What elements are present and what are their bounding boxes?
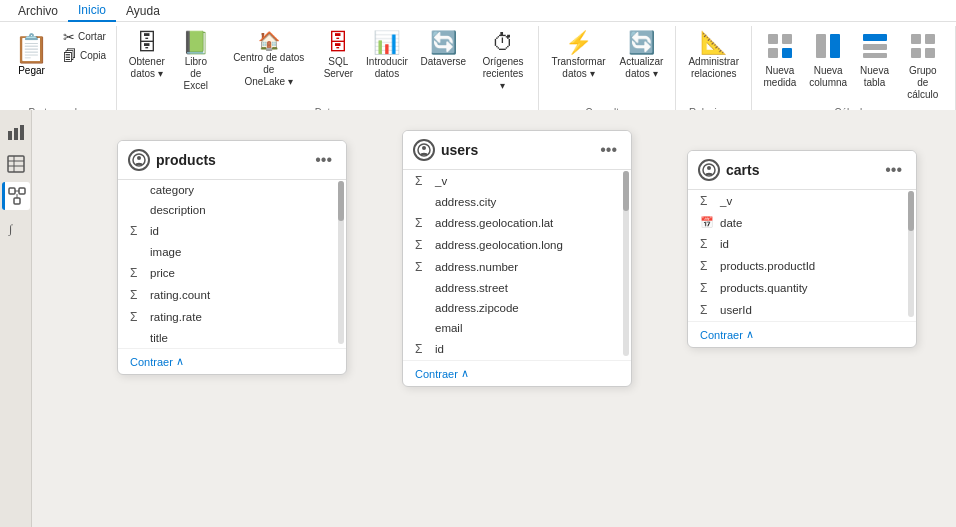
origenes-button[interactable]: ⏱ Orígenesrecientes ▾	[473, 28, 532, 96]
nueva-tabla-button[interactable]: Nuevatabla	[855, 28, 895, 93]
pegar-button[interactable]: 📋 Pegar	[6, 28, 57, 80]
introducir-datos-label: Introducirdatos	[366, 56, 408, 80]
cortar-icon: ✂	[63, 30, 75, 44]
transformar-label: Transformardatos ▾	[551, 56, 605, 80]
centro-datos-icon: 🏠	[258, 32, 280, 50]
ribbon-group-datos-items: 🗄 Obtenerdatos ▾ 📗 Libro deExcel 🏠 Centr…	[123, 28, 532, 105]
centro-datos-label: Centro de datos deOneLake ▾	[227, 52, 310, 88]
svg-rect-10	[925, 34, 935, 44]
nueva-medida-label: Nuevamedida	[764, 65, 797, 89]
obtener-datos-icon: 🗄	[136, 32, 158, 54]
sql-server-icon: 🗄	[327, 32, 349, 54]
actualizar-button[interactable]: 🔄 Actualizardatos ▾	[614, 28, 670, 84]
clipboard-small-buttons: ✂ Cortar 🗐 Copia	[59, 28, 110, 65]
copia-button[interactable]: 🗐 Copia	[59, 47, 110, 65]
nueva-columna-label: Nuevacolumna	[809, 65, 847, 89]
origenes-label: Orígenesrecientes ▾	[479, 56, 526, 92]
svg-rect-11	[911, 48, 921, 58]
svg-rect-0	[768, 34, 778, 44]
ribbon-group-calculos: Nuevamedida Nuevacolumna	[752, 26, 956, 122]
administrar-button[interactable]: 📐 Administrarrelaciones	[682, 28, 745, 84]
dataverse-icon: 🔄	[430, 32, 457, 54]
introducir-datos-icon: 📊	[373, 32, 400, 54]
ribbon-group-relaciones-items: 📐 Administrarrelaciones	[682, 28, 745, 105]
ribbon-group-portapapeles-items: 📋 Pegar ✂ Cortar 🗐 Copia	[6, 28, 110, 105]
ribbon-group-calculos-items: Nuevamedida Nuevacolumna	[758, 28, 949, 105]
dataverse-label: Dataverse	[421, 56, 467, 68]
svg-rect-2	[768, 48, 778, 58]
cortar-button[interactable]: ✂ Cortar	[59, 28, 110, 46]
actualizar-label: Actualizardatos ▾	[620, 56, 664, 80]
grupo-calculo-icon	[909, 32, 937, 63]
libro-excel-label: Libro deExcel	[178, 56, 213, 92]
grupo-calculo-label: Grupo decálculo	[903, 65, 943, 101]
introducir-datos-button[interactable]: 📊 Introducirdatos	[361, 28, 414, 84]
grupo-calculo-button[interactable]: Grupo decálculo	[897, 28, 949, 105]
svg-rect-1	[782, 34, 792, 44]
ribbon-group-consultas-items: ⚡ Transformardatos ▾ 🔄 Actualizardatos ▾	[545, 28, 669, 105]
canvas: products ••• category description Σid im…	[32, 110, 956, 123]
sql-server-label: SQLServer	[324, 56, 353, 80]
nueva-tabla-label: Nuevatabla	[860, 65, 889, 89]
svg-rect-4	[816, 34, 826, 58]
svg-rect-9	[911, 34, 921, 44]
svg-rect-3	[782, 48, 792, 58]
paste-icon: 📋	[14, 32, 49, 65]
obtener-datos-label: Obtenerdatos ▾	[129, 56, 165, 80]
nueva-medida-button[interactable]: Nuevamedida	[758, 28, 802, 93]
ribbon: 📋 Pegar ✂ Cortar 🗐 Copia Portapapeles 🗄 …	[0, 22, 956, 123]
actualizar-icon: 🔄	[628, 32, 655, 54]
nueva-columna-button[interactable]: Nuevacolumna	[804, 28, 853, 93]
svg-rect-7	[863, 44, 887, 50]
ribbon-group-portapapeles: 📋 Pegar ✂ Cortar 🗐 Copia Portapapeles	[0, 26, 117, 122]
cortar-label: Cortar	[78, 31, 106, 43]
nueva-columna-icon	[814, 32, 842, 63]
centro-datos-button[interactable]: 🏠 Centro de datos deOneLake ▾	[221, 28, 316, 92]
libro-excel-icon: 📗	[182, 32, 209, 54]
ribbon-group-consultas: ⚡ Transformardatos ▾ 🔄 Actualizardatos ▾…	[539, 26, 676, 122]
ribbon-group-datos: 🗄 Obtenerdatos ▾ 📗 Libro deExcel 🏠 Centr…	[117, 26, 539, 122]
obtener-datos-button[interactable]: 🗄 Obtenerdatos ▾	[123, 28, 170, 84]
svg-rect-5	[830, 34, 840, 58]
nueva-medida-icon	[766, 32, 794, 63]
ribbon-group-relaciones: 📐 Administrarrelaciones Relaciones	[676, 26, 752, 122]
menu-archivo[interactable]: Archivo	[8, 1, 68, 21]
nueva-tabla-icon	[861, 32, 889, 63]
copia-label: Copia	[80, 50, 106, 62]
transformar-icon: ⚡	[565, 32, 592, 54]
origenes-icon: ⏱	[492, 32, 514, 54]
sql-server-button[interactable]: 🗄 SQLServer	[318, 28, 359, 84]
transformar-button[interactable]: ⚡ Transformardatos ▾	[545, 28, 611, 84]
menu-inicio[interactable]: Inicio	[68, 0, 116, 22]
libro-excel-button[interactable]: 📗 Libro deExcel	[172, 28, 219, 96]
menu-bar: Archivo Inicio Ayuda	[0, 0, 956, 22]
copia-icon: 🗐	[63, 49, 77, 63]
svg-rect-8	[863, 53, 887, 58]
sidebar-icon-report[interactable]	[2, 118, 30, 123]
pegar-label: Pegar	[18, 65, 45, 76]
left-sidebar: ∫	[0, 110, 32, 123]
svg-rect-12	[925, 48, 935, 58]
svg-rect-6	[863, 34, 887, 41]
administrar-icon: 📐	[700, 32, 727, 54]
dataverse-button[interactable]: 🔄 Dataverse	[415, 28, 471, 72]
administrar-label: Administrarrelaciones	[688, 56, 739, 80]
menu-ayuda[interactable]: Ayuda	[116, 1, 170, 21]
